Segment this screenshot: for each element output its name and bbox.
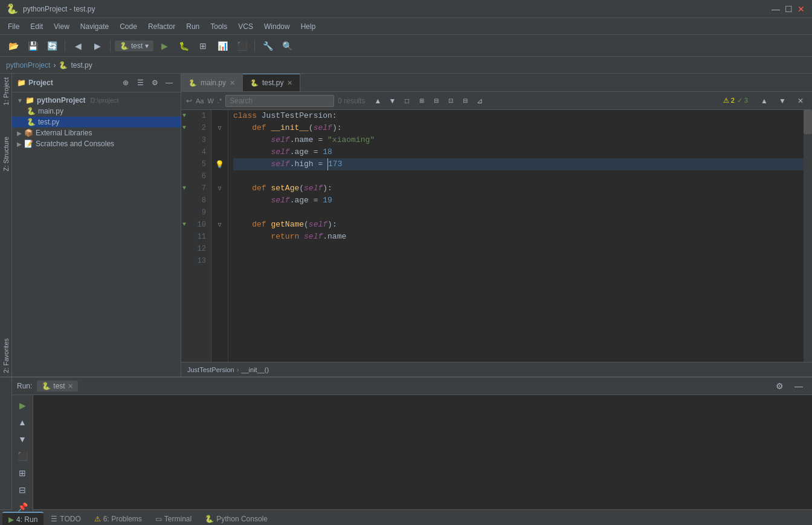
sidebar-item-scratches[interactable]: ▶ 📝 Scratches and Consoles: [12, 138, 181, 149]
menu-tools[interactable]: Tools: [205, 21, 232, 33]
match-case-icon[interactable]: Aa: [196, 97, 204, 105]
code-line-8: self.age = 19: [233, 195, 804, 207]
panel-minimize-btn[interactable]: —: [790, 378, 807, 395]
menu-window[interactable]: Window: [259, 21, 295, 33]
sidebar-item-main-py[interactable]: 🐍 main.py: [12, 106, 181, 117]
preserve-case-btn[interactable]: ⊡: [444, 94, 457, 108]
bulb-icon[interactable]: 💡: [215, 160, 224, 169]
gutter-10[interactable]: ▽: [211, 219, 228, 231]
coverage-button[interactable]: ⊞: [195, 37, 211, 54]
search-back-icon[interactable]: ↩: [186, 97, 192, 105]
run-tab-active[interactable]: 🐍 test ✕: [37, 381, 77, 391]
scroll-down-btn[interactable]: ▼: [14, 431, 30, 447]
tab-run[interactable]: ▶ 4: Run: [2, 512, 44, 526]
prev-result-btn[interactable]: ▲: [372, 94, 385, 108]
menu-edit[interactable]: Edit: [25, 21, 48, 33]
warning-count[interactable]: ⚠ 2: [723, 97, 735, 105]
sidebar-item-root[interactable]: ▼ 📁 pythonProject D:\project: [12, 95, 181, 106]
tab-test-py-close[interactable]: ✕: [287, 79, 292, 87]
maximize-button[interactable]: ☐: [784, 4, 793, 14]
tab-todo[interactable]: ☰ TODO: [45, 512, 86, 526]
minimize-button[interactable]: —: [771, 4, 781, 14]
gutter-3[interactable]: [211, 134, 228, 146]
tab-terminal[interactable]: ▭ Terminal: [149, 512, 198, 526]
sync-button[interactable]: 🔄: [44, 37, 60, 54]
panel-settings-btn[interactable]: ⚙: [771, 378, 788, 395]
gutter-5[interactable]: 💡: [211, 158, 228, 170]
run-button[interactable]: ▶: [156, 37, 173, 54]
gutter-13[interactable]: [211, 255, 228, 267]
search-everywhere-button[interactable]: 🔍: [279, 37, 295, 54]
expand-search-btn[interactable]: □: [401, 94, 414, 108]
close-button[interactable]: ✕: [796, 4, 806, 14]
sidebar-settings-btn[interactable]: ⚙: [148, 76, 161, 89]
breadcrumb-project[interactable]: pythonProject: [6, 61, 50, 69]
tab-problems[interactable]: ⚠ 6: Problems: [88, 512, 148, 526]
tab-python-console[interactable]: 🐍 Python Console: [199, 512, 274, 526]
sidebar-item-test-py[interactable]: 🐍 test.py: [12, 117, 181, 127]
debug-button[interactable]: 🐛: [175, 37, 192, 54]
menu-refactor[interactable]: Refactor: [143, 21, 180, 33]
sidebar-item-external-libs[interactable]: ▶ 📦 External Libraries: [12, 127, 181, 138]
menu-navigate[interactable]: Navigate: [76, 21, 114, 33]
word-btn[interactable]: ⊟: [430, 94, 443, 108]
multiline-btn[interactable]: ⊞: [415, 94, 428, 108]
tab-main-py-close[interactable]: ✕: [230, 79, 235, 87]
gutter-11[interactable]: [211, 231, 228, 243]
code-content[interactable]: class JustTestPersion: def __init__(self…: [228, 110, 804, 362]
right-scrollbar[interactable]: [804, 110, 812, 362]
menu-view[interactable]: View: [49, 21, 74, 33]
gutter-9[interactable]: [211, 207, 228, 219]
settings-button[interactable]: 🔧: [259, 37, 276, 54]
scroll-up-btn[interactable]: ▲: [14, 414, 30, 430]
filter-icon[interactable]: ⊿: [473, 94, 486, 108]
left-tab-structure[interactable]: Z: Structure: [1, 133, 11, 175]
gutter-4[interactable]: [211, 146, 228, 158]
forward-button[interactable]: ▶: [89, 37, 106, 54]
run-tab-close[interactable]: ✕: [68, 382, 73, 390]
expand-down-btn[interactable]: ▼: [776, 94, 789, 108]
close-search-btn[interactable]: ✕: [794, 94, 807, 108]
check-count[interactable]: ✓ 3: [737, 97, 748, 105]
tab-test-py[interactable]: 🐍 test.py ✕: [243, 74, 300, 91]
run-btn[interactable]: ▶: [14, 398, 30, 413]
line-num-5: 5: [181, 158, 211, 170]
scroll-thumb[interactable]: [804, 110, 812, 134]
search-input[interactable]: [225, 95, 334, 107]
tab-main-py[interactable]: 🐍 main.py ✕: [181, 74, 243, 91]
open-file-button[interactable]: 📂: [5, 37, 22, 54]
menu-run[interactable]: Run: [181, 21, 204, 33]
filter-run-btn[interactable]: ⊟: [14, 482, 30, 498]
gutter-1[interactable]: [211, 110, 228, 122]
menu-help[interactable]: Help: [296, 21, 321, 33]
gutter-6[interactable]: [211, 170, 228, 182]
code-editor[interactable]: ▼ 1 ▼ 2 3 4 5 6 ▼ 7 8 9: [181, 110, 812, 362]
whole-word-icon[interactable]: W: [207, 97, 213, 105]
sidebar-close-btn[interactable]: —: [163, 76, 176, 89]
regex-icon[interactable]: .*: [218, 97, 222, 105]
menu-code[interactable]: Code: [115, 21, 142, 33]
run-config[interactable]: 🐍 test ▾: [115, 40, 153, 51]
sidebar-options-btn[interactable]: ☰: [134, 76, 147, 89]
left-tab-favorites[interactable]: 2: Favorites: [1, 335, 11, 376]
left-vertical-tabs: 1: Project Z: Structure 2: Favorites: [0, 74, 12, 376]
stop-run-btn[interactable]: ⬛: [14, 448, 30, 464]
breadcrumb-file[interactable]: test.py: [71, 61, 92, 69]
sidebar-add-btn[interactable]: ⊕: [119, 76, 132, 89]
back-button[interactable]: ◀: [69, 37, 86, 54]
filter-btn[interactable]: ⊟: [459, 94, 472, 108]
gutter-12[interactable]: [211, 243, 228, 255]
save-button[interactable]: 💾: [24, 37, 41, 54]
stop-button[interactable]: ⬛: [233, 37, 250, 54]
profile-button[interactable]: 📊: [214, 37, 231, 54]
gutter-8[interactable]: [211, 195, 228, 207]
wrap-btn[interactable]: ⊞: [14, 465, 30, 481]
menu-file[interactable]: File: [3, 21, 24, 33]
next-result-btn[interactable]: ▼: [386, 94, 399, 108]
left-tab-project[interactable]: 1: Project: [1, 74, 11, 109]
gutter-7[interactable]: ▽: [211, 182, 228, 195]
run-output: [33, 395, 812, 525]
expand-up-btn[interactable]: ▲: [758, 94, 771, 108]
menu-vcs[interactable]: VCS: [233, 21, 258, 33]
gutter-2[interactable]: ▽: [211, 122, 228, 134]
